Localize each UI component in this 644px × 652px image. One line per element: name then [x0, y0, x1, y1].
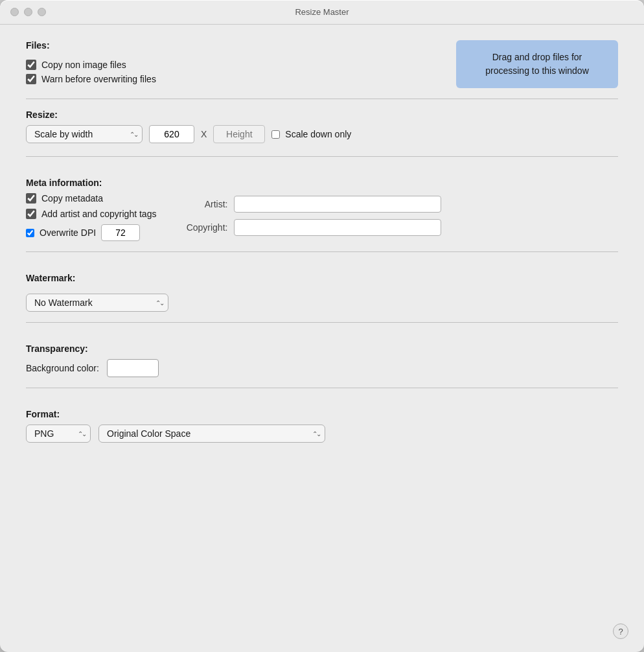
divider-3 — [26, 251, 618, 252]
artist-input[interactable] — [234, 196, 441, 213]
width-input[interactable] — [149, 125, 194, 143]
copy-non-image-row: Copy non image files — [26, 60, 156, 70]
close-button[interactable] — [10, 8, 19, 16]
overwrite-dpi-label: Overwrite DPI — [40, 227, 96, 238]
window-title: Resize Master — [295, 7, 349, 17]
copy-metadata-row: Copy metadata — [26, 193, 156, 204]
scale-type-wrapper: Scale by width Scale by height Scale by … — [26, 125, 143, 143]
app-window: Resize Master Files: Copy non image file… — [0, 0, 644, 652]
traffic-lights — [10, 8, 46, 16]
minimize-button[interactable] — [24, 8, 32, 16]
copy-non-image-checkbox[interactable] — [26, 60, 36, 70]
copyright-label: Copyright: — [182, 222, 227, 233]
format-controls: PNG JPEG TIFF BMP GIF Original Color Spa… — [26, 425, 618, 443]
artist-row: Artist: — [182, 196, 441, 213]
help-icon: ? — [618, 627, 623, 636]
divider-4 — [26, 322, 618, 323]
artist-label: Artist: — [182, 199, 227, 209]
meta-grid: Copy metadata Add artist and copyright t… — [26, 193, 618, 241]
drop-zone[interactable]: Drag and drop files for processing to th… — [456, 40, 618, 88]
resize-controls: Scale by width Scale by height Scale by … — [26, 125, 618, 143]
scale-down-label: Scale down only — [285, 129, 351, 139]
scale-down-checkbox[interactable] — [271, 130, 280, 139]
format-dropdown-wrapper: PNG JPEG TIFF BMP GIF — [26, 425, 91, 443]
maximize-button[interactable] — [38, 8, 46, 16]
watermark-dropdown[interactable]: No Watermark Image Watermark Text Waterm… — [26, 294, 168, 312]
dpi-input[interactable] — [101, 224, 140, 241]
format-dropdown[interactable]: PNG JPEG TIFF BMP GIF — [26, 425, 91, 443]
copy-metadata-checkbox[interactable] — [26, 193, 36, 204]
main-content: Files: Copy non image files Warn before … — [0, 25, 644, 652]
add-artist-row: Add artist and copyright tags — [26, 209, 156, 219]
x-label: X — [201, 129, 207, 139]
color-space-dropdown[interactable]: Original Color Space sRGB Adobe RGB CMYK — [98, 425, 325, 443]
resize-section: Resize: Scale by width Scale by height S… — [26, 110, 618, 143]
format-section: Format: PNG JPEG TIFF BMP GIF Original C… — [26, 409, 618, 443]
meta-section: Meta information: Copy metadata Add arti… — [26, 178, 618, 241]
resize-label: Resize: — [26, 110, 618, 120]
bg-color-picker[interactable] — [107, 359, 159, 377]
warn-overwrite-checkbox[interactable] — [26, 74, 36, 84]
copyright-row: Copyright: — [182, 219, 441, 236]
overwrite-dpi-checkbox[interactable] — [26, 229, 34, 237]
bg-color-label: Background color: — [26, 363, 99, 373]
transparency-label: Transparency: — [26, 343, 618, 354]
copy-metadata-label: Copy metadata — [41, 193, 103, 204]
divider-5 — [26, 388, 618, 388]
copy-non-image-label: Copy non image files — [41, 60, 126, 70]
watermark-section: Watermark: No Watermark Image Watermark … — [26, 273, 618, 312]
color-space-dropdown-wrapper: Original Color Space sRGB Adobe RGB CMYK — [98, 425, 325, 443]
height-input[interactable] — [213, 125, 265, 143]
meta-right: Artist: Copyright: — [182, 196, 441, 241]
titlebar: Resize Master — [0, 0, 644, 25]
bg-color-row: Background color: — [26, 359, 618, 377]
drop-zone-text: Drag and drop files for processing to th… — [485, 52, 589, 76]
dpi-row: Overwrite DPI — [26, 224, 156, 241]
transparency-section: Transparency: Background color: — [26, 343, 618, 377]
scale-type-dropdown[interactable]: Scale by width Scale by height Scale by … — [26, 125, 143, 143]
copyright-input[interactable] — [234, 219, 441, 236]
scale-down-row: Scale down only — [271, 129, 351, 139]
help-button[interactable]: ? — [613, 623, 628, 639]
add-artist-label: Add artist and copyright tags — [41, 209, 156, 219]
meta-label: Meta information: — [26, 178, 618, 188]
files-label: Files: — [26, 40, 156, 51]
meta-left: Copy metadata Add artist and copyright t… — [26, 193, 156, 241]
divider-2 — [26, 156, 618, 157]
warn-overwrite-label: Warn before overwriting files — [41, 74, 156, 84]
warn-overwrite-row: Warn before overwriting files — [26, 74, 156, 84]
files-section: Files: Copy non image files Warn before … — [26, 40, 618, 88]
format-label: Format: — [26, 409, 618, 419]
add-artist-checkbox[interactable] — [26, 209, 36, 219]
watermark-dropdown-wrapper: No Watermark Image Watermark Text Waterm… — [26, 294, 168, 312]
divider-1 — [26, 99, 618, 99]
files-left: Files: Copy non image files Warn before … — [26, 40, 156, 84]
watermark-label: Watermark: — [26, 273, 618, 283]
